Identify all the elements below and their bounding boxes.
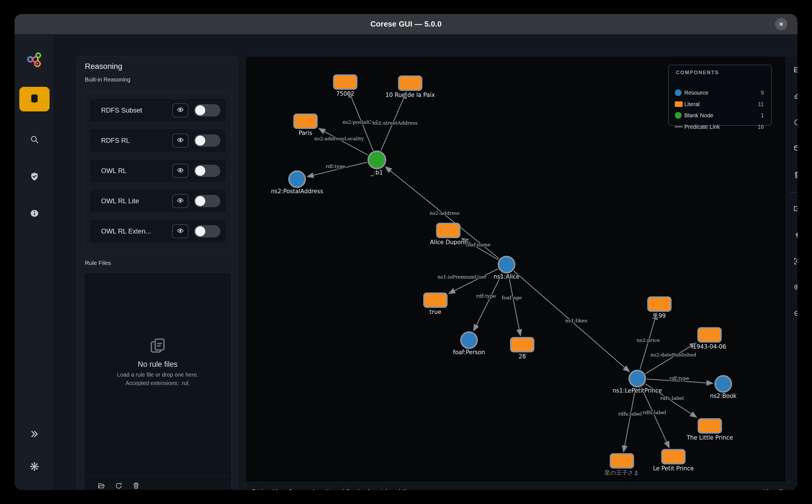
literal-node[interactable] bbox=[698, 419, 721, 433]
chevrons-right-icon bbox=[30, 429, 39, 440]
blank-node[interactable] bbox=[368, 151, 386, 169]
reload-rules-button[interactable] bbox=[115, 482, 123, 490]
arrowhead bbox=[706, 380, 714, 386]
arrowhead bbox=[516, 329, 522, 337]
view-rule-button[interactable] bbox=[172, 224, 188, 238]
resource-node[interactable] bbox=[629, 370, 645, 387]
predicate-link[interactable] bbox=[624, 388, 636, 449]
status-item: Named Graphs: 0 bbox=[326, 488, 370, 490]
literal-node[interactable] bbox=[294, 114, 317, 128]
literal-node[interactable] bbox=[424, 293, 447, 307]
eye-icon bbox=[177, 136, 184, 145]
edge-label: foaf:age bbox=[502, 295, 522, 300]
shield-check-icon bbox=[30, 172, 39, 182]
literal-node[interactable] bbox=[511, 338, 534, 352]
arrowhead bbox=[448, 288, 456, 294]
status-items: Triples: 16Sources: 1Named Graphs: 0Infe… bbox=[252, 488, 406, 490]
trash-icon bbox=[132, 486, 140, 490]
load-rule-file-button[interactable] bbox=[97, 482, 106, 490]
rule-toggle[interactable] bbox=[194, 195, 220, 207]
predicate-link[interactable] bbox=[322, 130, 368, 155]
node-label: foaf:Person bbox=[453, 349, 485, 356]
rule-toggle[interactable] bbox=[194, 104, 220, 116]
sidebar-item-corese-logo bbox=[25, 52, 43, 69]
view-rule-button[interactable] bbox=[172, 134, 188, 148]
gear-icon bbox=[30, 462, 39, 472]
rule-toggle[interactable] bbox=[194, 225, 220, 237]
rule-toggle[interactable] bbox=[194, 134, 220, 147]
folder-open-icon bbox=[97, 486, 105, 490]
graph-canvas[interactable]: ns2:postalCodens2:streetAddressns2:addre… bbox=[246, 56, 786, 482]
reload-graph-button[interactable] bbox=[790, 115, 797, 131]
sidebar-item-search-view[interactable] bbox=[25, 131, 43, 149]
reasoning-rule-row: RDFS Subset bbox=[90, 99, 226, 122]
rule-label: OWL RL Exten... bbox=[101, 227, 151, 235]
node-label: Le Petit Prince bbox=[653, 465, 694, 472]
node-label: The Little Prince bbox=[686, 434, 733, 441]
sidebar-item-settings[interactable] bbox=[25, 458, 43, 476]
edge-label: ns2:streetAddress bbox=[372, 120, 417, 126]
lightning-icon bbox=[793, 231, 797, 240]
empty-state-title: No rule files bbox=[84, 360, 231, 369]
literal-node[interactable] bbox=[399, 76, 422, 90]
documents-icon bbox=[149, 350, 166, 355]
fit-to-view-button[interactable] bbox=[790, 254, 797, 270]
predicate-link[interactable] bbox=[452, 269, 498, 292]
empty-state-line1: Load a rule file or drop one here. bbox=[84, 370, 231, 379]
literal-node[interactable] bbox=[334, 75, 357, 89]
physics-toggle-button[interactable] bbox=[790, 228, 797, 243]
resource-node[interactable] bbox=[461, 332, 477, 348]
toggle-knob bbox=[195, 105, 205, 115]
view-rule-button[interactable] bbox=[172, 194, 188, 208]
arrowhead bbox=[385, 166, 392, 173]
eye-icon bbox=[177, 167, 184, 175]
literal-node[interactable] bbox=[698, 328, 721, 342]
legend-square-symbol bbox=[675, 101, 683, 107]
zoom-in-button[interactable] bbox=[790, 280, 797, 296]
predicate-link[interactable] bbox=[508, 274, 520, 333]
sidebar-item-data-view[interactable] bbox=[19, 87, 50, 111]
resource-node[interactable] bbox=[498, 256, 515, 273]
zoom-out-button[interactable] bbox=[790, 307, 797, 322]
node-label: 10 Rue de la Paix bbox=[386, 92, 435, 98]
graph-panel: ns2:postalCodens2:streetAddressns2:addre… bbox=[246, 56, 797, 490]
edge-label: rdfs:label bbox=[618, 411, 642, 417]
export-graph-button[interactable] bbox=[790, 141, 797, 157]
node-label: Paris bbox=[299, 130, 312, 136]
reasoning-rule-row: OWL RL bbox=[90, 159, 226, 183]
rule-label: RDFS Subset bbox=[101, 106, 142, 114]
node-label: true bbox=[430, 309, 441, 315]
edge-label: ns2:addressLocality bbox=[314, 136, 364, 141]
literal-node[interactable] bbox=[648, 297, 671, 311]
predicate-link[interactable] bbox=[645, 345, 694, 374]
sidebar-item-validation-view[interactable] bbox=[25, 168, 43, 186]
sidebar-item-info-view[interactable] bbox=[25, 205, 43, 223]
close-button[interactable]: ✕ bbox=[775, 18, 787, 30]
literal-node[interactable] bbox=[437, 223, 460, 237]
edge-label: rdfs:label bbox=[643, 410, 666, 415]
delete-rules-button[interactable] bbox=[132, 482, 141, 490]
load-from-url-button[interactable] bbox=[790, 89, 797, 104]
app-root: Corese GUI — 5.0.0 ✕ Reasoning Built-in … bbox=[0, 0, 812, 504]
rule-toggle[interactable] bbox=[194, 165, 220, 177]
literal-node[interactable] bbox=[610, 454, 633, 468]
view-rule-button[interactable] bbox=[172, 164, 188, 178]
open-graph-file-button[interactable] bbox=[790, 62, 797, 78]
view-rule-button[interactable] bbox=[172, 103, 188, 117]
legend-label: Blank Node bbox=[684, 112, 713, 119]
export-view-button[interactable] bbox=[790, 201, 797, 217]
clear-graph-button[interactable] bbox=[790, 168, 797, 183]
eye-icon bbox=[177, 197, 184, 205]
sidebar-item-expand-sidebar[interactable] bbox=[25, 426, 43, 444]
icon-rail-top bbox=[19, 34, 50, 232]
toggle-knob bbox=[195, 166, 205, 176]
literal-node[interactable] bbox=[662, 450, 685, 464]
predicate-link[interactable] bbox=[475, 273, 502, 328]
resource-node[interactable] bbox=[715, 376, 731, 392]
refresh-icon bbox=[115, 486, 123, 490]
edge-label: rdf:type bbox=[669, 375, 689, 381]
rule-files-dropzone[interactable]: No rule files Load a rule file or drop o… bbox=[84, 272, 232, 490]
resource-node[interactable] bbox=[289, 171, 305, 187]
node-label: Alice Dupont bbox=[430, 239, 466, 246]
legend-circle-symbol bbox=[675, 112, 682, 119]
